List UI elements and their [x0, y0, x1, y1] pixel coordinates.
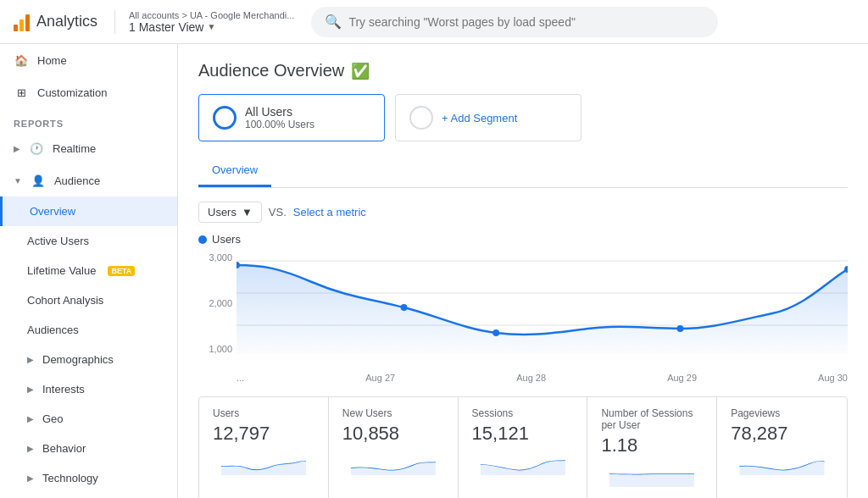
stat-new-users: New Users 10,858	[329, 397, 459, 498]
y-label-2000: 2,000	[198, 298, 232, 308]
sidebar-item-audience[interactable]: ▼ 👤 Audience	[0, 164, 177, 196]
page-header: Audience Overview ✅	[198, 61, 848, 80]
stat-users-value: 12,797	[213, 423, 314, 445]
vs-text: VS.	[269, 206, 287, 219]
add-segment-card[interactable]: + Add Segment	[395, 94, 581, 141]
logo-icon	[14, 13, 30, 31]
tabs: Overview	[198, 155, 848, 188]
expand-icon: ▶	[14, 144, 20, 153]
realtime-icon: 🕐	[29, 141, 44, 156]
sidebar-item-audiences[interactable]: Audiences	[0, 315, 177, 345]
stat-new-users-value: 10,858	[342, 423, 444, 445]
chart-x-labels: ... Aug 27 Aug 28 Aug 29 Aug 30	[236, 373, 848, 383]
segment-pct: 100.00% Users	[245, 119, 314, 130]
metric-dropdown-label: Users	[208, 206, 236, 219]
svg-point-6	[677, 325, 684, 332]
search-bar[interactable]: 🔍	[311, 7, 718, 37]
x-label-aug28: Aug 28	[516, 373, 546, 383]
segments-row: All Users 100.00% Users + Add Segment	[198, 94, 848, 141]
main-layout: 🏠 Home ⊞ Customization REPORTS ▶ 🕐 Realt…	[0, 44, 868, 498]
add-segment-label: + Add Segment	[442, 112, 517, 125]
search-icon: 🔍	[325, 14, 342, 30]
x-label-start: ...	[236, 373, 244, 383]
stat-sessions-value: 15,121	[472, 423, 574, 445]
sparkline-sessions	[472, 450, 574, 475]
chart-legend-label: Users	[212, 233, 241, 246]
home-icon: 🏠	[14, 53, 29, 68]
audience-icon: 👤	[31, 173, 46, 188]
account-dropdown-arrow: ▼	[207, 22, 215, 31]
page-title: Audience Overview	[198, 61, 344, 80]
chart-container: Users 3,000 2,000 1,000	[198, 233, 848, 383]
account-info[interactable]: All accounts > UA - Google Merchandi... …	[114, 10, 294, 34]
sparkline-new-users	[342, 450, 444, 475]
stat-sessions-per-user: Number of Sessions per User 1.18	[587, 397, 717, 498]
stat-pageviews: Pageviews 78,287	[717, 397, 847, 498]
sidebar-item-behavior[interactable]: ▶ Behavior	[0, 434, 177, 463]
sparkline-pageviews	[731, 450, 833, 475]
sidebar-item-overview[interactable]: Overview	[0, 196, 177, 226]
stats-grid: Users 12,797 New Users 10,858 Sessions 1…	[198, 396, 848, 498]
sidebar-item-customization[interactable]: ⊞ Customization	[0, 76, 177, 108]
sidebar-item-lifetime-value[interactable]: Lifetime Value BETA	[0, 256, 177, 285]
chart-svg	[236, 252, 848, 354]
stat-sessions-per-user-value: 1.18	[601, 434, 703, 456]
sidebar-item-demographics[interactable]: ▶ Demographics	[0, 345, 177, 374]
sidebar-item-cohort-analysis[interactable]: Cohort Analysis	[0, 285, 177, 315]
chart-y-labels: 3,000 2,000 1,000	[198, 252, 232, 354]
x-label-aug27: Aug 27	[365, 373, 395, 383]
search-input[interactable]	[348, 15, 704, 29]
segment-circle	[213, 106, 236, 130]
svg-point-4	[401, 304, 408, 311]
metric-selector: Users ▼ VS. Select a metric	[198, 202, 848, 223]
customization-icon: ⊞	[14, 85, 29, 100]
expand-icon-behavior: ▶	[27, 444, 34, 453]
chart-inner	[236, 252, 848, 371]
main-content: Audience Overview ✅ All Users 100.00% Us…	[178, 44, 868, 498]
chart-legend: Users	[198, 233, 848, 246]
stat-pageviews-label: Pageviews	[731, 407, 833, 419]
sidebar-item-interests[interactable]: ▶ Interests	[0, 374, 177, 404]
sparkline-users	[213, 450, 314, 475]
chart-area: 3,000 2,000 1,000	[198, 252, 848, 371]
expand-icon-technology: ▶	[27, 473, 34, 483]
sidebar-item-active-users[interactable]: Active Users	[0, 226, 177, 256]
stat-users-label: Users	[213, 407, 314, 419]
sidebar-item-technology[interactable]: ▶ Technology	[0, 463, 177, 493]
stat-users: Users 12,797	[199, 397, 329, 498]
expand-icon-interests: ▶	[27, 385, 34, 394]
sidebar-item-home[interactable]: 🏠 Home	[0, 44, 177, 76]
y-label-1000: 1,000	[198, 344, 232, 354]
x-label-aug30: Aug 30	[818, 373, 848, 383]
beta-badge: BETA	[108, 266, 135, 276]
select-metric-link[interactable]: Select a metric	[293, 206, 366, 219]
expand-icon-demographics: ▶	[27, 355, 34, 364]
metric-dropdown[interactable]: Users ▼	[198, 202, 262, 223]
stat-sessions-label: Sessions	[472, 407, 574, 419]
x-label-aug29: Aug 29	[667, 373, 697, 383]
expand-icon-audience: ▼	[14, 176, 22, 185]
metric-dropdown-arrow: ▼	[242, 206, 253, 219]
verified-icon: ✅	[351, 62, 370, 80]
reports-section-label: REPORTS	[0, 108, 177, 132]
svg-point-5	[492, 329, 499, 336]
segment-name: All Users	[245, 105, 314, 119]
account-name[interactable]: 1 Master View ▼	[129, 20, 294, 34]
segment-info: All Users 100.00% Users	[245, 105, 314, 130]
stat-new-users-label: New Users	[342, 407, 444, 419]
sparkline-sessions-per-user	[601, 462, 703, 487]
account-path: All accounts > UA - Google Merchandi...	[129, 10, 294, 20]
add-segment-circle	[409, 106, 433, 130]
logo: Analytics	[14, 13, 97, 31]
stat-sessions-per-user-label: Number of Sessions per User	[601, 407, 703, 431]
app-title: Analytics	[36, 13, 97, 30]
sidebar-item-geo[interactable]: ▶ Geo	[0, 404, 177, 434]
stat-pageviews-value: 78,287	[731, 423, 833, 445]
tab-overview[interactable]: Overview	[198, 155, 271, 187]
sidebar-item-mobile[interactable]: ▶ Mobile	[0, 493, 177, 498]
y-label-3000: 3,000	[198, 252, 232, 263]
segment-all-users[interactable]: All Users 100.00% Users	[198, 94, 385, 141]
legend-dot	[198, 235, 207, 244]
expand-icon-geo: ▶	[27, 414, 34, 423]
sidebar-item-realtime[interactable]: ▶ 🕐 Realtime	[0, 132, 177, 164]
